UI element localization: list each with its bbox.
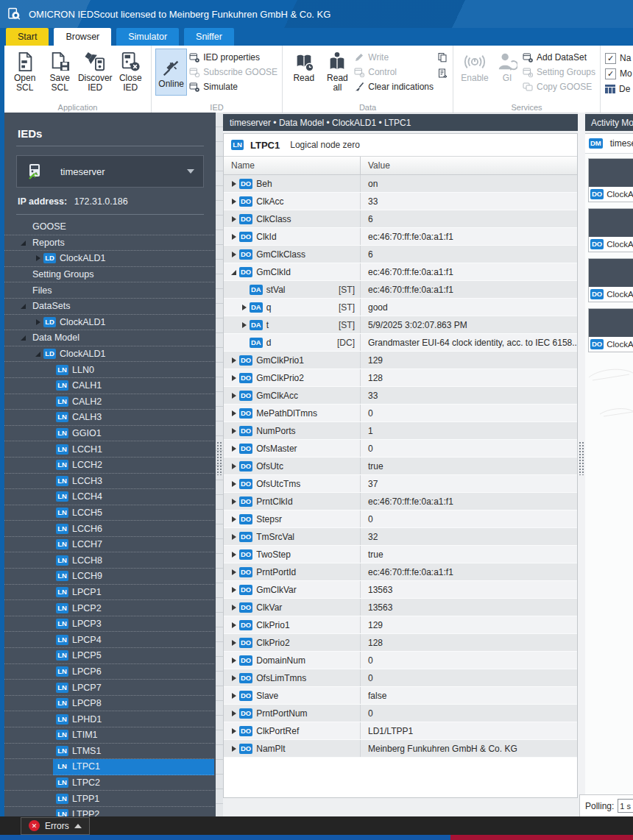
- tree-arrow-collapsed[interactable]: [34, 254, 43, 263]
- data-row-GmClkPrio2[interactable]: DOGmClkPrio2128: [224, 369, 577, 387]
- data-row-TwoStep[interactable]: DOTwoSteptrue: [224, 546, 577, 563]
- row-arrow-collapsed[interactable]: [230, 585, 239, 594]
- data-row-Stepsr[interactable]: DOStepsr0: [224, 510, 577, 528]
- tab-start[interactable]: Start: [6, 28, 49, 46]
- row-arrow-collapsed[interactable]: [230, 462, 239, 471]
- tree-item-ggio1[interactable]: LNGGIO1: [4, 426, 214, 442]
- tree-item-ltpc1[interactable]: LNLTPC1: [4, 759, 214, 775]
- tree-item-lln0[interactable]: LNLLN0: [4, 362, 214, 378]
- save-scl-button[interactable]: Save SCL: [43, 49, 76, 94]
- tree-item-clockald1[interactable]: LDClockALD1: [4, 251, 214, 267]
- row-arrow-expanded[interactable]: [230, 268, 239, 277]
- data-row-DomainNum[interactable]: DODomainNum0: [224, 652, 577, 669]
- tree-item-lcch6[interactable]: LNLCCH6: [4, 521, 214, 537]
- data-row-MePathDlTmns[interactable]: DOMePathDlTmns0: [224, 405, 577, 422]
- data-row-d[interactable]: DAd[DC]Grandmaster EUI-64 clock identity…: [224, 334, 577, 352]
- data-row-OfsUtc[interactable]: DOOfsUtctrue: [224, 458, 577, 475]
- tab-simulator[interactable]: Simulator: [116, 28, 179, 46]
- tree-arrow-expanded[interactable]: [19, 302, 29, 310]
- row-arrow-collapsed[interactable]: [230, 603, 239, 612]
- row-arrow-collapsed[interactable]: [230, 674, 239, 683]
- data-row-stVal[interactable]: DAstVal[ST]ec:46:70:ff:fe:0a:a1:f1: [224, 281, 577, 299]
- tree-item-datasets[interactable]: DataSets: [4, 299, 214, 315]
- data-row-PrntClkId[interactable]: DOPrntClkIdec:46:70:ff:fe:0a:a1:f1: [224, 493, 577, 510]
- data-row-OfsLimTmns[interactable]: DOOfsLimTmns0: [224, 669, 577, 687]
- tree-arrow-expanded[interactable]: [19, 238, 29, 247]
- activity-tile-3[interactable]: DOClockAL: [588, 258, 633, 302]
- close-ied-button[interactable]: Close IED: [114, 49, 147, 94]
- row-arrow-collapsed[interactable]: [230, 409, 239, 418]
- row-arrow-collapsed[interactable]: [230, 232, 239, 241]
- names-checkbox[interactable]: ✓: [605, 53, 616, 64]
- row-arrow-collapsed[interactable]: [230, 638, 239, 647]
- splitter-grip[interactable]: [216, 441, 222, 475]
- data-row-TmSrcVal[interactable]: DOTmSrcVal32: [224, 528, 577, 546]
- tree-item-ltms1[interactable]: LNLTMS1: [4, 744, 214, 760]
- row-arrow-collapsed[interactable]: [230, 374, 239, 382]
- tree-item-lpcp3[interactable]: LNLPCP3: [4, 616, 214, 633]
- data-row-GmClkAcc[interactable]: DOGmClkAcc33: [224, 387, 577, 405]
- row-arrow-collapsed[interactable]: [240, 321, 250, 330]
- row-arrow-collapsed[interactable]: [230, 621, 239, 630]
- subscribe-goose-button[interactable]: Subscribe GOOSE: [189, 65, 277, 78]
- data-row-ClkVar[interactable]: DOClkVar13563: [224, 599, 577, 616]
- tab-browser[interactable]: Browser: [54, 28, 111, 46]
- column-header-value[interactable]: Value: [361, 160, 390, 171]
- data-row-GmClkVar[interactable]: DOGmClkVar13563: [224, 581, 577, 599]
- sidebar-splitter[interactable]: [216, 113, 223, 816]
- tree-item-lcch9[interactable]: LNLCCH9: [4, 569, 214, 585]
- tree-item-reports[interactable]: Reports: [4, 235, 214, 252]
- tree-item-setting-groups[interactable]: Setting Groups: [4, 267, 214, 283]
- row-arrow-collapsed[interactable]: [230, 709, 239, 718]
- read-button[interactable]: Read: [286, 49, 322, 85]
- row-arrow-collapsed[interactable]: [230, 215, 239, 224]
- splitter-grip-2[interactable]: [579, 441, 584, 475]
- copy-values-icon[interactable]: [437, 52, 448, 63]
- data-row-ClkAcc[interactable]: DOClkAcc33: [224, 193, 577, 210]
- names-checkbox-row[interactable]: ✓ Na: [605, 51, 632, 65]
- enable-button[interactable]: Enable: [457, 49, 492, 85]
- clear-indications-button[interactable]: Clear indications: [354, 80, 434, 93]
- tree-item-lphd1[interactable]: LNLPHD1: [4, 711, 214, 727]
- tree-item-ltpp1[interactable]: LNLTPP1: [4, 791, 214, 807]
- data-row-OfsUtcTms[interactable]: DOOfsUtcTms37: [224, 475, 577, 493]
- row-arrow-collapsed[interactable]: [230, 515, 239, 524]
- tree-item-lcch2[interactable]: LNLCCH2: [4, 458, 214, 474]
- tree-item-lpcp2[interactable]: LNLPCP2: [4, 600, 214, 616]
- tree-item-lcch7[interactable]: LNLCCH7: [4, 537, 214, 553]
- activity-splitter[interactable]: [578, 113, 585, 794]
- copy-goose-button[interactable]: Copy GOOSE: [523, 80, 595, 93]
- tree-item-calh2[interactable]: LNCALH2: [4, 394, 214, 410]
- control-button[interactable]: Control: [354, 65, 434, 78]
- row-arrow-collapsed[interactable]: [230, 480, 239, 488]
- ied-selector-dropdown[interactable]: timeserver: [16, 155, 204, 188]
- discover-ied-button[interactable]: Discover IED: [78, 49, 113, 94]
- gi-button[interactable]: GI: [494, 49, 520, 85]
- data-row-q[interactable]: DAq[ST]good: [224, 299, 577, 316]
- tree-item-clockald1[interactable]: LDClockALD1: [4, 315, 214, 331]
- row-arrow-collapsed[interactable]: [230, 744, 239, 753]
- tree-item-data-model[interactable]: Data Model: [4, 330, 214, 346]
- simulate-button[interactable]: Simulate: [189, 80, 277, 93]
- row-arrow-collapsed[interactable]: [230, 197, 239, 206]
- data-row-PrntPortId[interactable]: DOPrntPortIdec:46:70:ff:fe:0a:a1:f1: [224, 563, 577, 581]
- data-row-NumPorts[interactable]: DONumPorts1: [224, 422, 577, 440]
- row-arrow-collapsed[interactable]: [230, 391, 239, 400]
- data-row-ClkPrio2[interactable]: DOClkPrio2128: [224, 634, 577, 652]
- tree-item-files[interactable]: Files: [4, 282, 214, 299]
- read-all-button[interactable]: Read all: [323, 49, 353, 94]
- ied-properties-button[interactable]: IED properties: [189, 51, 277, 63]
- details-toggle-row[interactable]: De: [605, 82, 632, 96]
- data-row-ClkId[interactable]: DOClkIdec:46:70:ff:fe:0a:a1:f1: [224, 228, 577, 246]
- data-row-Slave[interactable]: DOSlavefalse: [224, 687, 577, 705]
- tree-item-ltpc2[interactable]: LNLTPC2: [4, 775, 214, 791]
- tree-arrow-expanded[interactable]: [34, 349, 43, 358]
- tree-item-lcch1[interactable]: LNLCCH1: [4, 441, 214, 458]
- tree-item-lcch4[interactable]: LNLCCH4: [4, 489, 214, 505]
- row-arrow-collapsed[interactable]: [230, 727, 239, 736]
- row-arrow-collapsed[interactable]: [230, 568, 239, 577]
- tree-item-ltim1[interactable]: LNLTIM1: [4, 727, 214, 744]
- data-row-GmClkId[interactable]: DOGmClkIdec:46:70:ff:fe:0a:a1:f1: [224, 263, 577, 281]
- tree-arrow-expanded[interactable]: [19, 333, 29, 342]
- row-arrow-collapsed[interactable]: [230, 656, 239, 665]
